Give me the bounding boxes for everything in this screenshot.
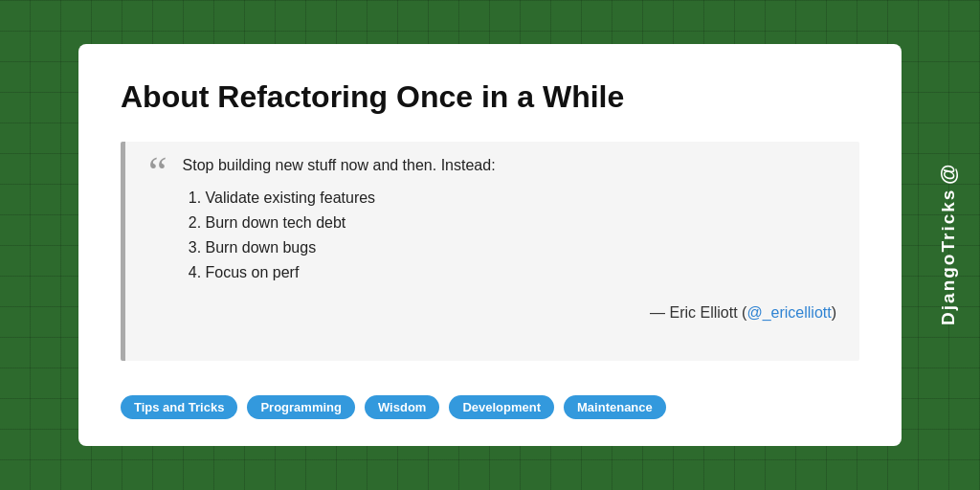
quote-mark-icon: “: [148, 151, 167, 345]
attribution-close: ): [832, 304, 836, 321]
quote-list-item: Validate existing features: [206, 189, 836, 207]
sidebar-brand-name: DjangoTricks: [938, 189, 960, 325]
at-sign: @: [936, 165, 961, 185]
quote-intro: Stop building new stuff now and then. In…: [183, 157, 836, 174]
quote-list-item: Burn down bugs: [206, 239, 836, 256]
tag[interactable]: Wisdom: [365, 395, 439, 419]
quote-content: Stop building new stuff now and then. In…: [183, 157, 836, 345]
tag[interactable]: Tips and Tricks: [121, 395, 237, 419]
sidebar: @ DjangoTricks: [936, 165, 961, 326]
tags-row: Tips and TricksProgrammingWisdomDevelopm…: [121, 395, 859, 419]
card-title: About Refactoring Once in a While: [121, 78, 859, 115]
tag[interactable]: Programming: [247, 395, 355, 419]
tag[interactable]: Development: [449, 395, 554, 419]
quote-attribution: — Eric Elliott (@_ericelliott): [183, 304, 836, 322]
blockquote-container: “ Stop building new stuff now and then. …: [121, 142, 859, 361]
attribution-link[interactable]: @_ericelliott: [746, 304, 831, 321]
main-card: About Refactoring Once in a While “ Stop…: [78, 44, 902, 446]
quote-list-item: Focus on perf: [206, 264, 836, 281]
tag[interactable]: Maintenance: [564, 395, 666, 419]
quote-list: Validate existing featuresBurn down tech…: [206, 189, 836, 281]
attribution-text: — Eric Elliott (: [650, 304, 746, 321]
quote-list-item: Burn down tech debt: [206, 214, 836, 232]
